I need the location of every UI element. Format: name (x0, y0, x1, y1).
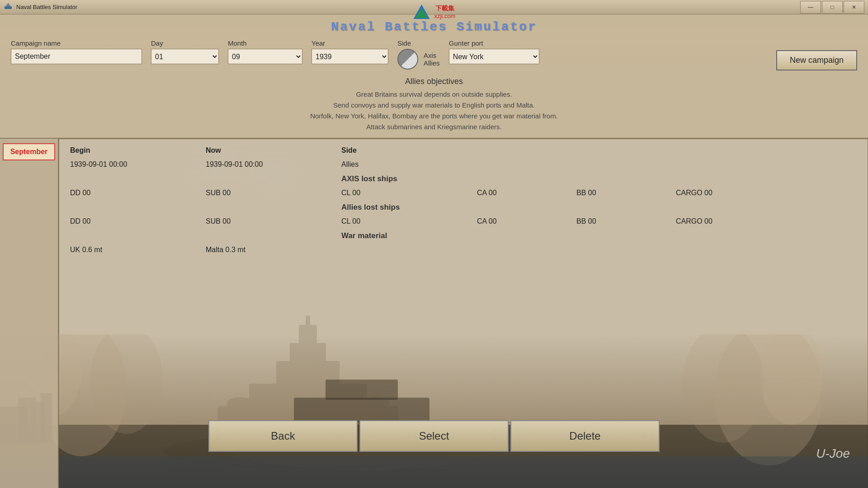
objectives-section: Allies objectives Great Britains surviva… (11, 77, 857, 132)
begin-value: 1939-09-01 00:00 (70, 160, 127, 168)
close-button[interactable]: ✕ (844, 1, 864, 14)
axis-lost-label: AXIS lost ships (341, 174, 397, 183)
month-select[interactable]: 01 09 (228, 49, 302, 64)
gunter-port-field: Gunter port New York Norfolk Halifax Bom… (449, 39, 539, 64)
cl-allies-value: CL 00 (341, 217, 360, 225)
side-value-col: Allies (341, 160, 477, 169)
month-field: Month 01 09 (228, 39, 302, 64)
titlebar-controls: — □ ✕ (800, 1, 864, 14)
allies-lost-label: Allies lost ships (341, 203, 400, 211)
now-header: Now (206, 146, 341, 155)
ca-axis-value: CA 00 (477, 189, 497, 197)
watermark: 下載集 xzji.com (413, 4, 456, 20)
cl-axis-col: CL 00 (341, 189, 477, 197)
watermark-text: 下載集 xzji.com (434, 5, 456, 19)
titlebar-title: Naval Battles Simulator (16, 4, 77, 10)
side-field: Side Axis Allies (397, 39, 440, 70)
cl-axis-value: CL 00 (341, 189, 360, 197)
begin-value-col: 1939-09-01 00:00 (70, 160, 206, 169)
maximize-button[interactable]: □ (822, 1, 843, 14)
bb-axis-value: BB 00 (576, 189, 596, 197)
objectives-line4: Attack submarines and Kriegsmarine raide… (11, 122, 857, 132)
app-icon (4, 3, 13, 12)
dd-allies-col: DD 00 (70, 217, 206, 226)
back-button[interactable]: Back (208, 420, 358, 452)
app-title: Naval Battles Simulator (331, 20, 537, 34)
uk-col: UK 0.6 mt (70, 246, 206, 254)
watermark-chinese: 下載集 (434, 5, 456, 13)
sub-allies-value: SUB 00 (206, 217, 231, 225)
side-detail-value: Allies (341, 160, 359, 168)
objectives-title: Allies objectives (11, 77, 857, 86)
campaign-name-field: Campaign name (11, 39, 142, 64)
titlebar: Naval Battles Simulator 下載集 xzji.com — □… (0, 0, 868, 14)
objectives-line1: Great Britains survival depends on outsi… (11, 89, 857, 100)
begin-label: Begin (70, 146, 90, 154)
campaign-name-label: Campaign name (11, 39, 61, 47)
svg-rect-34 (294, 398, 429, 422)
battle-background (0, 334, 868, 488)
dd-allies-value: DD 00 (70, 217, 90, 225)
malta-col: Malta 0.3 mt (206, 246, 341, 254)
new-campaign-button[interactable]: New campaign (776, 50, 857, 70)
cargo-axis-value: CARGO 00 (676, 189, 712, 197)
campaign-name-input[interactable] (11, 49, 142, 64)
month-label: Month (228, 39, 247, 47)
ca-allies-col: CA 00 (477, 217, 576, 226)
day-select[interactable]: 01 02 03 (151, 49, 219, 64)
stats-headers-row: Begin Now Side (70, 146, 857, 155)
cargo-axis-col: CARGO 00 (676, 189, 712, 197)
side-detail-label: Side (341, 146, 357, 154)
bb-allies-col: BB 00 (576, 217, 676, 226)
ca-allies-value: CA 00 (477, 217, 497, 225)
objectives-line2: Send convoys and supply war materials to… (11, 100, 857, 111)
stats-values-row: 1939-09-01 00:00 1939-09-01 00:00 Allies (70, 160, 857, 169)
war-material-header-row: War material (70, 231, 857, 240)
bb-allies-value: BB 00 (576, 217, 596, 225)
allies-lost-header: Allies lost ships (341, 203, 400, 212)
delete-button[interactable]: Delete (510, 420, 660, 452)
bottom-watermark: U-Joe (816, 446, 850, 461)
campaign-stats: Begin Now Side 1939-09-01 00:00 193 (70, 146, 857, 254)
side-options: Axis Allies (397, 49, 440, 70)
axis-lost-values-row: DD 00 SUB 00 CL 00 CA 00 BB 00 (70, 189, 857, 197)
svg-rect-0 (5, 6, 12, 9)
allies-lost-values-row: DD 00 SUB 00 CL 00 CA 00 BB 00 (70, 217, 857, 226)
cl-allies-col: CL 00 (341, 217, 477, 226)
watermark-url: xzji.com (434, 13, 456, 19)
day-label: Day (151, 39, 163, 47)
minimize-button[interactable]: — (800, 1, 821, 14)
war-material-values-row: UK 0.6 mt Malta 0.3 mt (70, 246, 857, 254)
form-row: Campaign name Day 01 02 03 Month 01 09 (11, 39, 857, 70)
year-select[interactable]: 1939 1940 (311, 49, 388, 64)
begin-header: Begin (70, 146, 206, 155)
objectives-line3: Norfolk, New York, Halifax, Bombay are t… (11, 111, 857, 122)
objectives-text: Great Britains survival depends on outsi… (11, 89, 857, 132)
sub-allies-col: SUB 00 (206, 217, 341, 226)
watermark-icon (413, 4, 431, 20)
allies-lost-header-row: Allies lost ships (70, 203, 857, 212)
campaign-tabs: September (0, 139, 59, 488)
select-button[interactable]: Select (359, 420, 509, 452)
war-material-header: War material (341, 231, 387, 240)
main-content: Naval Battles Simulator Campaign name Da… (0, 14, 868, 488)
now-value: 1939-09-01 00:00 (206, 160, 263, 168)
side-axis: Axis (424, 52, 440, 59)
year-field: Year 1939 1940 (311, 39, 388, 64)
axis-lost-header: AXIS lost ships (341, 174, 397, 183)
ca-axis-col: CA 00 (477, 189, 576, 197)
side-toggle-icon[interactable] (397, 49, 418, 70)
campaign-tab-september[interactable]: September (3, 143, 55, 160)
button-bar: Back Select Delete (208, 420, 660, 452)
axis-lost-header-row: AXIS lost ships (70, 174, 857, 183)
svg-rect-35 (326, 380, 398, 400)
battle-scene (0, 334, 868, 488)
dd-axis-col: DD 00 (70, 189, 206, 197)
side-text: Axis Allies (424, 52, 440, 67)
gunter-port-select[interactable]: New York Norfolk Halifax Bombay (449, 49, 539, 64)
bb-axis-col: BB 00 (576, 189, 676, 197)
now-label: Now (206, 146, 221, 154)
svg-rect-3 (6, 5, 10, 6)
side-allies: Allies (424, 59, 440, 67)
sub-axis-col: SUB 00 (206, 189, 341, 197)
